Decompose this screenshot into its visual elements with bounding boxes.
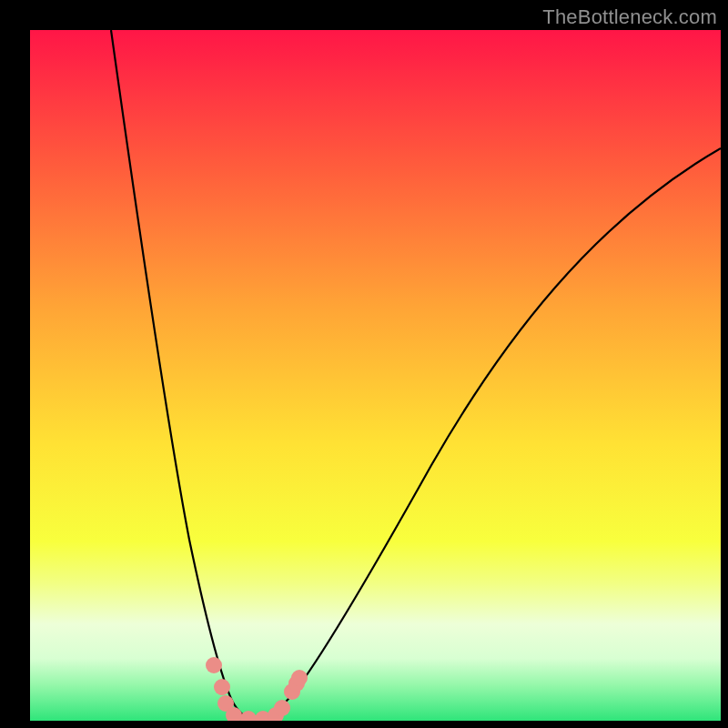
bottleneck-curve-left: [111, 30, 253, 720]
watermark-text: TheBottleneck.com: [542, 5, 717, 29]
plot-area: [30, 30, 721, 721]
markers-group: [206, 657, 308, 721]
data-marker: [214, 679, 230, 695]
chart-frame: TheBottleneck.com: [0, 0, 728, 728]
data-marker: [206, 657, 222, 673]
bottleneck-curve-right: [253, 148, 721, 720]
data-marker: [291, 670, 308, 686]
data-marker: [240, 711, 257, 721]
curves-layer: [30, 30, 721, 721]
data-marker: [274, 700, 290, 716]
